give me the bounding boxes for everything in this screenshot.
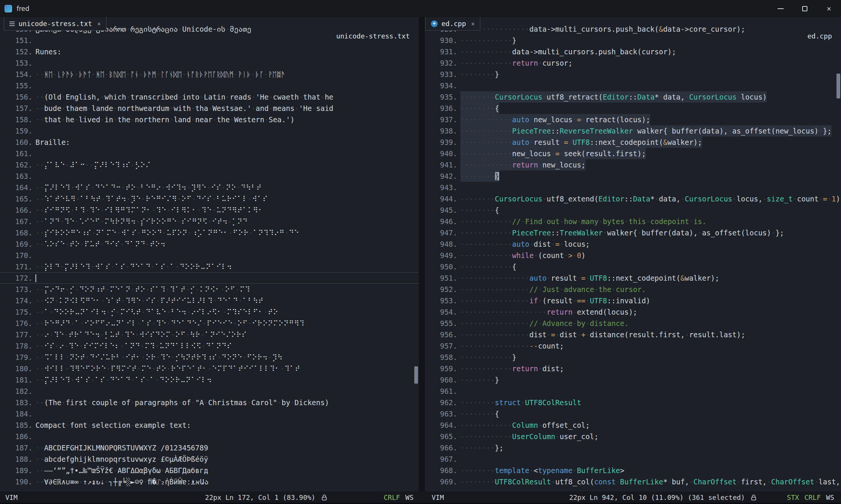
code-line[interactable]: 930.············} (425, 35, 841, 46)
code-line[interactable]: 969.········UTF8ColResult·utf8_col(const… (425, 476, 841, 487)
code-line[interactable]: 186. (0, 431, 419, 442)
code-line[interactable]: 185.Compact·font·selection·example·text: (0, 419, 419, 431)
code-line[interactable]: 176.··⠗⠑⠛⠜⠙·⠁·⠊⠕⠋⠋⠔⠤⠝⠁⠊⠇·⠁⠎·⠹⠑·⠙⠑⠁⠙⠑⠌·⠏⠊… (0, 318, 419, 329)
vim-mode-indicator[interactable]: VIM (5, 493, 18, 501)
code-line[interactable]: 934. (425, 80, 841, 91)
code-line[interactable]: 170. (0, 250, 419, 261)
code-line[interactable]: 964.············Column·offset_col; (425, 419, 841, 431)
code-line[interactable]: 942.········} (425, 171, 841, 182)
code-line[interactable]: 966.········}; (425, 442, 841, 453)
code-line[interactable]: 161. (0, 148, 419, 159)
status-flag-ws[interactable]: WS (405, 493, 414, 501)
code-line[interactable]: 162.··⡌⠁⠧⠑·⠼⠁⠒··⡍⠜⠇⠑⠹⠰⠎·⡣⠕⠌ (0, 159, 419, 171)
code-line[interactable]: 179.··⠩⠁⠇⠇·⠝⠕⠞·⠙⠊⠌⠥⠗⠃·⠊⠞⠂·⠕⠗·⠹⠑·⡊⠳⠝⠞⠗⠹⠰⠎… (0, 352, 419, 363)
code-line[interactable]: 968.········template·<typename·BufferLik… (425, 465, 841, 476)
code-line[interactable]: 951.················auto·result·=·UTF8::… (425, 272, 841, 284)
status-flag-ws[interactable]: WS (826, 493, 834, 501)
maximize-button[interactable] (793, 0, 817, 17)
left-scrollbar-thumb[interactable] (414, 366, 418, 384)
vim-mode-indicator[interactable]: VIM (432, 493, 444, 501)
code-line[interactable]: 180.··⠺⠊⠇⠇·⠹⠻⠑⠋⠕⠗⠑·⠏⠻⠍⠊⠞·⠍⠑·⠞⠕·⠗⠑⠏⠑⠁⠞⠂·⠑… (0, 363, 419, 374)
code-line[interactable]: 169.··⠡⠕⠎⠑·⠞⠕·⠏⠥⠞·⠙⠊⠎·⠙⠁⠝⠙·⠞⠕⠲ (0, 238, 419, 250)
code-line[interactable]: 174.··⠪⠝·⠅⠝⠪⠇⠫⠛⠑⠂·⠱⠁⠞·⠹⠻⠑·⠊⠎·⠏⠜⠞⠊⠊⠥⠇⠜⠇⠹·… (0, 295, 419, 306)
code-line[interactable]: 172. (0, 272, 419, 284)
code-line[interactable]: 946.············//·Find·out·how·many·byt… (425, 216, 841, 227)
code-line[interactable]: 182. (0, 386, 419, 397)
close-button[interactable]: ✕ (817, 0, 841, 17)
code-line[interactable]: 967. (425, 453, 841, 465)
code-line[interactable]: 154.··ᚻᛖ·ᚳᚹᚫᚦ·ᚦᚫᛏ·ᚻᛖ·ᛒᚢᛞᛖ·ᚩᚾ·ᚦᚫᛗ·ᛚᚪᚾᛞᛖ·ᚾ… (0, 69, 419, 80)
code-line[interactable]: 183.··(The·first·couple·of·paragraphs·of… (0, 397, 419, 408)
status-flag-stx[interactable]: STX (787, 493, 799, 501)
code-line[interactable]: 961. (425, 386, 841, 397)
cursor-position-info[interactable]: 22px Ln 942, Col 10 (11.09%) (361 select… (569, 493, 745, 501)
code-line[interactable]: 944.········CursorLocus·utf8_extend(Edit… (425, 193, 841, 204)
tab-close-icon[interactable]: ✕ (471, 20, 475, 27)
minimize-button[interactable] (769, 0, 793, 17)
code-line[interactable]: 945.········{ (425, 204, 841, 216)
code-line[interactable]: 175.··⠁·⠙⠕⠕⠗⠤⠝⠁⠊⠇⠲·⡊·⠍⠊⠣⠞·⠙⠁⠧⠑·⠃⠑⠲·⠔⠊⠇⠔⠫… (0, 306, 419, 318)
code-line[interactable]: 954.····················return·extend(lo… (425, 306, 841, 318)
code-line[interactable]: 948.············auto·dist·=·locus; (425, 238, 841, 250)
code-line[interactable]: 165.··⠱⠁⠞⠑⠧⠻·⠁⠃⠳⠞·⠹⠁⠞⠲·⡹⠑·⠗⠑⠛⠊⠌⠻·⠕⠋·⠙⠊⠎·… (0, 193, 419, 204)
left-scrollbar[interactable] (414, 17, 419, 492)
code-line[interactable]: 159. (0, 125, 419, 137)
code-line[interactable]: 187.··ABCDEFGHIJKLMNOPQRSTUVWXYZ·/012345… (0, 442, 419, 453)
code-line[interactable]: 157.··bude·thaem·lande·northweardum·with… (0, 103, 419, 114)
code-line[interactable]: 933.········} (425, 69, 841, 80)
code-line[interactable]: 173.··⡍⠔⠙⠖·⡊·⠙⠕⠝⠰⠞·⠍⠑⠁⠝·⠞⠕·⠎⠁⠹·⠹⠁⠞·⡊·⠅⠝⠪… (0, 284, 419, 295)
cursor-position-info[interactable]: 22px Ln 172, Col 1 (83.90%) (205, 493, 315, 501)
code-line[interactable]: 181.··⡍⠜⠇⠑⠹·⠺⠁⠎·⠁⠎·⠙⠑⠁⠙·⠁⠎·⠁·⠙⠕⠕⠗⠤⠝⠁⠊⠇⠲ (0, 374, 419, 386)
code-line[interactable]: 936.········{ (425, 103, 841, 114)
tab-close-icon[interactable]: ✕ (97, 20, 101, 27)
code-line[interactable]: 190.··∀∂∈ℝ∧∪≡∞·↑↗↨↻⇣·┐┼╔╘░►☺♀·ﬁ�⑀₂ἠḂӥẄɐː… (0, 476, 419, 487)
code-line[interactable]: 932.············return·cursor; (425, 57, 841, 69)
code-line[interactable]: 939.············auto·result·=·UTF8::next… (425, 137, 841, 148)
code-line[interactable]: 168.··⡎⠊⠗⠕⠕⠛⠑⠰⠎·⠝⠁⠍⠑·⠺⠁⠎·⠛⠕⠕⠙·⠥⠏⠕⠝·⠰⡡⠁⠝⠛… (0, 227, 419, 238)
code-line[interactable]: 937.············auto·new_locus·=·retract… (425, 114, 841, 125)
code-line[interactable]: 947.············PieceTree::TreeWalker·wa… (425, 227, 841, 238)
code-line[interactable]: 160.Braille: (0, 137, 419, 148)
code-line[interactable]: 171.··⡕⠇⠙·⡍⠜⠇⠑⠹·⠺⠁⠎·⠁⠎·⠙⠑⠁⠙·⠁⠎·⠁·⠙⠕⠕⠗⠤⠝⠁… (0, 261, 419, 272)
pane-divider[interactable] (419, 17, 425, 492)
code-line[interactable]: 950.············{ (425, 261, 841, 272)
code-line[interactable]: 953.················if·(result·==·UTF8::… (425, 295, 841, 306)
code-line[interactable]: 965.············UserColumn·user_col; (425, 431, 841, 442)
code-line[interactable]: 943. (425, 182, 841, 193)
code-line[interactable]: 188.··abcdefghijklmnopqrstuvwxyz·£©µÀÆÖÞ… (0, 453, 419, 465)
code-line[interactable]: 952.················//·Just·advance·the·… (425, 284, 841, 295)
code-line[interactable]: 955.················//·Advance·by·distan… (425, 318, 841, 329)
code-line[interactable]: 962.········struct·UTF8ColResult (425, 397, 841, 408)
code-line[interactable]: 935.········CursorLocus·utf8_retract(Edi… (425, 91, 841, 103)
code-line[interactable]: 958.············} (425, 352, 841, 363)
code-line[interactable]: 960.········} (425, 374, 841, 386)
code-line[interactable]: 941.············return·new_locus; (425, 159, 841, 171)
tab-unicode-stress-txt[interactable]: unicode-stress.txt ✕ (4, 17, 106, 31)
right-scrollbar-thumb[interactable] (836, 74, 840, 98)
status-flag-crlf[interactable]: CRLF (804, 493, 821, 501)
code-line[interactable]: 184. (0, 408, 419, 419)
code-line[interactable]: 166.··⠎⠊⠛⠝⠫·⠃⠹·⠹⠑·⠊⠇⠻⠛⠹⠍⠁⠝⠂·⠹⠑·⠊⠇⠻⠅⠂·⠹⠑·… (0, 204, 419, 216)
code-line[interactable]: 167.··⠁⠝⠙·⠹⠑·⠡⠊⠑⠋·⠍⠳⠗⠝⠻⠲·⡎⠊⠗⠕⠕⠛⠑·⠎⠊⠛⠝⠫·⠊… (0, 216, 419, 227)
code-line[interactable]: 178.··⠊⠎·⠔·⠹⠑·⠎⠊⠍⠊⠇⠑⠆·⠁⠝⠙·⠍⠹·⠥⠝⠙⠁⠇⠇⠪⠫·⠙⠁… (0, 340, 419, 352)
tab-ed-cpp[interactable]: + ed.cpp ✕ (425, 17, 480, 31)
code-line[interactable]: 963.········{ (425, 408, 841, 419)
right-scrollbar[interactable] (836, 17, 841, 492)
code-line[interactable]: 931.············data->multi_cursors.push… (425, 46, 841, 57)
code-line[interactable]: 956.················dist·=·dist·+·distan… (425, 329, 841, 340)
code-line[interactable]: 949.············while·(count·>·0) (425, 250, 841, 261)
code-line[interactable]: 152.Runes: (0, 46, 419, 57)
code-line[interactable]: 938.············PieceTree::ReverseTreeWa… (425, 125, 841, 137)
code-line[interactable]: 164.··⡍⠜⠇⠑⠹·⠺⠁⠎·⠙⠑⠁⠙⠒·⠞⠕·⠃⠑⠛⠔·⠺⠊⠹⠲·⡹⠻⠑·⠊… (0, 182, 419, 193)
code-line[interactable]: 940.············new_locus·=·seek(result.… (425, 148, 841, 159)
code-line[interactable]: 153. (0, 57, 419, 69)
status-flag-crlf[interactable]: CRLF (384, 493, 400, 501)
code-line[interactable]: 957.················--count; (425, 340, 841, 352)
code-line[interactable]: 155. (0, 80, 419, 91)
lock-icon[interactable] (751, 494, 756, 501)
code-line[interactable]: 929.················data->multi_cursors.… (425, 23, 841, 35)
code-line[interactable]: 163. (0, 171, 419, 182)
code-line[interactable]: 156.··(Old·English,·which·transcribed·in… (0, 91, 419, 103)
code-line[interactable]: 959.············return·dist; (425, 363, 841, 374)
lock-icon[interactable] (321, 494, 327, 501)
